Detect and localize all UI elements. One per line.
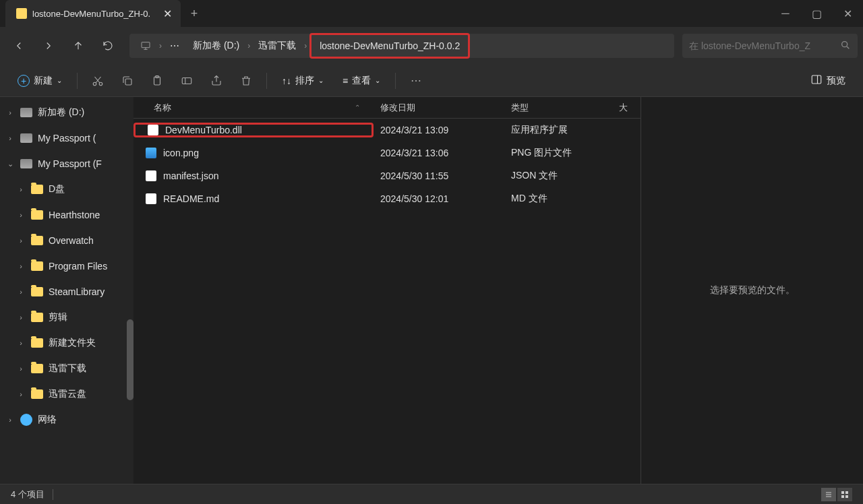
sidebar-item[interactable]: ›D盘 [0, 177, 133, 202]
sidebar-label: Program Files [49, 261, 107, 272]
search-icon[interactable] [840, 40, 851, 53]
file-row[interactable]: manifest.json2024/5/30 11:55JSON 文件 [133, 164, 641, 187]
sort-icon: ↑↓ [282, 75, 291, 86]
folder-icon [31, 287, 43, 296]
chevron-icon[interactable]: › [16, 262, 26, 270]
sidebar-item[interactable]: ›剪辑 [0, 305, 133, 330]
chevron-icon[interactable]: › [5, 416, 15, 424]
share-button[interactable] [204, 69, 229, 93]
sidebar-item[interactable]: ›新建文件夹 [0, 330, 133, 356]
sidebar-label: 新建文件夹 [49, 337, 96, 349]
search-box[interactable] [682, 34, 858, 58]
more-button[interactable]: ⋯ [404, 69, 428, 93]
sidebar-label: 网络 [38, 414, 57, 426]
file-content: 名称⌃ 修改日期 类型 大 DevMenuTurbo.dll2024/3/21 … [133, 97, 641, 484]
new-tab-button[interactable]: + [181, 0, 208, 27]
column-name[interactable]: 名称⌃ [133, 102, 374, 114]
titlebar: lostone-DevMenuTurbo_ZH-0. ✕ + ─ ▢ ✕ [0, 0, 863, 27]
chevron-icon[interactable]: › [16, 365, 26, 373]
chevron-icon[interactable]: › [16, 313, 26, 321]
file-name: icon.png [163, 148, 199, 158]
sidebar-label: My Passport ( [38, 133, 96, 144]
svg-rect-10 [845, 491, 848, 494]
search-input[interactable] [689, 40, 840, 51]
refresh-button[interactable] [94, 32, 121, 59]
scrollbar[interactable] [127, 319, 133, 400]
close-window-button[interactable]: ✕ [832, 0, 863, 27]
folder-icon [31, 313, 43, 322]
svg-rect-0 [142, 42, 150, 48]
sidebar-label: 剪辑 [49, 311, 67, 323]
file-name: README.md [163, 193, 219, 204]
chevron-right-icon: › [247, 41, 250, 51]
minimize-button[interactable]: ─ [770, 0, 801, 27]
chevron-icon[interactable]: › [16, 237, 26, 245]
sidebar-item[interactable]: ›网络 [0, 407, 133, 433]
chevron-icon[interactable]: › [5, 134, 15, 142]
chevron-down-icon: ⌄ [57, 77, 62, 84]
column-date[interactable]: 修改日期 [374, 102, 504, 114]
chevron-right-icon: › [304, 41, 307, 51]
view-button[interactable]: ≡ 查看 ⌄ [336, 71, 387, 91]
copy-button[interactable] [115, 69, 140, 93]
delete-button[interactable] [234, 69, 258, 93]
file-row[interactable]: icon.png2024/3/21 13:06PNG 图片文件 [133, 141, 641, 164]
drive-icon [20, 159, 32, 168]
rename-button[interactable] [175, 69, 199, 93]
folder-icon [31, 261, 43, 271]
chevron-icon[interactable]: › [16, 390, 26, 398]
sidebar-item[interactable]: ›SteamLibrary [0, 279, 133, 305]
preview-toggle[interactable]: 预览 [804, 69, 852, 92]
cut-button[interactable] [86, 69, 110, 93]
breadcrumb-item[interactable]: 迅雷下载 [253, 37, 301, 55]
column-type[interactable]: 类型 [504, 102, 612, 114]
file-row[interactable]: README.md2024/5/30 12:01MD 文件 [133, 187, 641, 210]
sidebar-item[interactable]: ⌄My Passport (F [0, 151, 133, 177]
maximize-button[interactable]: ▢ [801, 0, 832, 27]
breadcrumb-item-current[interactable]: lostone-DevMenuTurbo_ZH-0.0.2 [309, 33, 470, 59]
sidebar-item[interactable]: ›迅雷云盘 [0, 381, 133, 407]
breadcrumb-item[interactable]: 新加卷 (D:) [187, 37, 245, 55]
chevron-icon[interactable]: › [16, 211, 26, 219]
breadcrumb[interactable]: › ⋯ 新加卷 (D:) › 迅雷下载 › lostone-DevMenuTur… [129, 34, 674, 58]
forward-button[interactable] [35, 32, 62, 59]
svg-rect-8 [812, 75, 821, 84]
close-tab-icon[interactable]: ✕ [162, 8, 173, 19]
plus-circle-icon: + [18, 75, 30, 87]
sidebar-item[interactable]: ›新加卷 (D:) [0, 100, 133, 125]
toolbar: + 新建 ⌄ ↑↓ 排序 ⌄ ≡ 查看 ⌄ ⋯ 预览 [0, 65, 863, 97]
chevron-icon[interactable]: › [5, 108, 15, 117]
sidebar-label: My Passport (F [38, 158, 102, 169]
icons-view-button[interactable] [837, 488, 852, 501]
file-date: 2024/5/30 12:01 [374, 193, 504, 204]
chevron-icon[interactable]: › [16, 185, 26, 193]
sidebar-item[interactable]: ›My Passport ( [0, 125, 133, 151]
sort-button[interactable]: ↑↓ 排序 ⌄ [275, 71, 330, 91]
sidebar-label: SteamLibrary [49, 286, 105, 297]
sidebar-item[interactable]: ›Program Files [0, 253, 133, 279]
folder-icon [16, 8, 27, 19]
pc-icon[interactable] [135, 38, 156, 54]
tab-current[interactable]: lostone-DevMenuTurbo_ZH-0. ✕ [5, 0, 181, 27]
column-size[interactable]: 大 [612, 102, 641, 114]
paste-button[interactable] [145, 69, 169, 93]
svg-rect-7 [182, 77, 191, 84]
chevron-icon[interactable]: ⌄ [5, 160, 15, 168]
sidebar-item[interactable]: ›Hearthstone [0, 202, 133, 228]
file-date: 2024/3/21 13:09 [374, 125, 504, 135]
folder-icon [31, 210, 43, 220]
file-icon [146, 148, 156, 158]
file-row[interactable]: DevMenuTurbo.dll2024/3/21 13:09应用程序扩展 [133, 119, 641, 141]
chevron-icon[interactable]: › [16, 339, 26, 347]
details-view-button[interactable] [821, 488, 836, 501]
sidebar-label: Hearthstone [49, 210, 100, 220]
chevron-icon[interactable]: › [16, 288, 26, 296]
sidebar-item[interactable]: ›迅雷下载 [0, 356, 133, 381]
drive-icon [20, 133, 32, 143]
sidebar-item[interactable]: ›Overwatch [0, 228, 133, 253]
up-button[interactable] [65, 32, 92, 59]
breadcrumb-ellipsis[interactable]: ⋯ [165, 38, 185, 54]
new-button[interactable]: + 新建 ⌄ [11, 71, 69, 91]
navbar: › ⋯ 新加卷 (D:) › 迅雷下载 › lostone-DevMenuTur… [0, 27, 863, 65]
back-button[interactable] [5, 32, 32, 59]
